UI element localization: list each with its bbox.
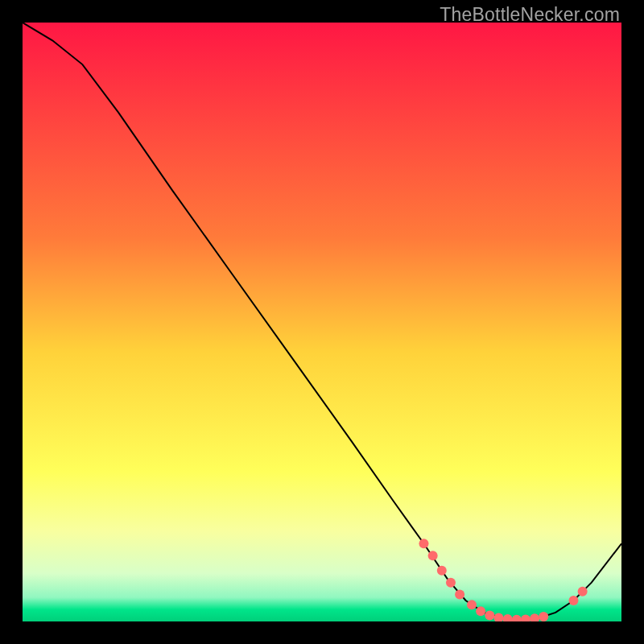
data-marker xyxy=(539,612,548,621)
data-marker xyxy=(485,611,494,621)
data-marker xyxy=(568,596,578,605)
chart-background xyxy=(23,23,621,621)
data-marker xyxy=(437,566,447,576)
chart-svg xyxy=(23,23,621,621)
data-marker xyxy=(578,587,588,597)
data-marker xyxy=(446,578,456,588)
data-marker xyxy=(467,600,477,609)
chart-plot-area xyxy=(23,23,621,621)
data-marker xyxy=(455,590,464,600)
data-marker xyxy=(428,551,438,560)
data-marker xyxy=(419,539,428,548)
data-marker xyxy=(476,606,485,616)
